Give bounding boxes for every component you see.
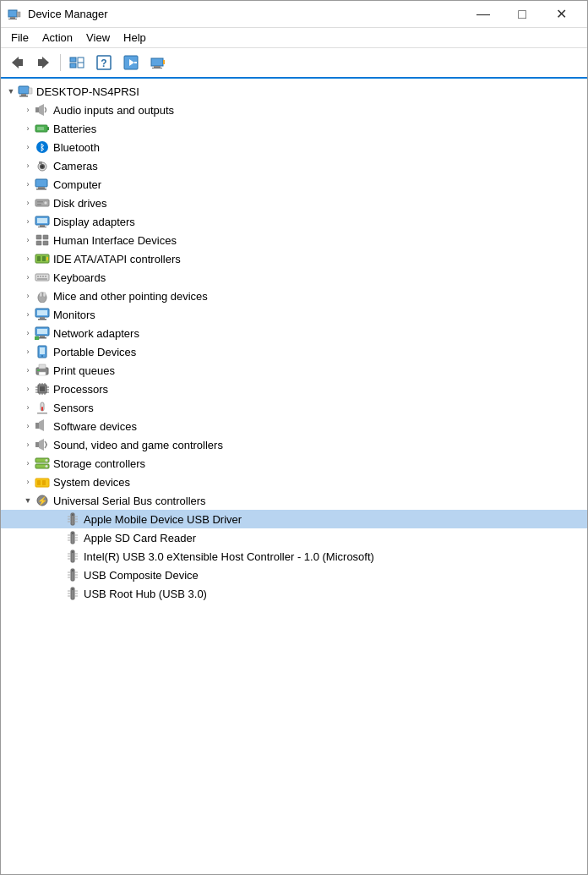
monitors-icon bbox=[35, 307, 50, 322]
menu-file[interactable]: File bbox=[4, 30, 35, 46]
root-hub-icon bbox=[65, 586, 80, 601]
usb-child-apple-mobile[interactable]: Apple Mobile Device USB Driver bbox=[1, 510, 587, 528]
sound-label: Sound, video and game controllers bbox=[53, 439, 223, 451]
category-storage[interactable]: › Storage controllers bbox=[1, 454, 587, 473]
category-hid[interactable]: › Human Interface Devices bbox=[1, 231, 587, 249]
usb-child-composite[interactable]: USB Composite Device bbox=[1, 566, 587, 584]
root-hub-label: USB Root Hub (USB 3.0) bbox=[84, 588, 207, 600]
menu-view[interactable]: View bbox=[79, 30, 117, 46]
minimize-button[interactable]: — bbox=[464, 1, 503, 28]
category-batteries[interactable]: › Batteries bbox=[1, 119, 587, 138]
help-button[interactable]: ? bbox=[91, 51, 117, 74]
svg-rect-107 bbox=[37, 480, 41, 485]
composite-expand bbox=[52, 568, 65, 582]
mice-label: Mice and other pointing devices bbox=[53, 290, 208, 303]
usb-child-apple-sd[interactable]: Apple SD Card Reader bbox=[1, 528, 587, 547]
usb-child-root-hub[interactable]: USB Root Hub (USB 3.0) bbox=[1, 584, 587, 603]
svg-rect-82 bbox=[40, 386, 45, 391]
bluetooth-label: Bluetooth bbox=[53, 141, 100, 154]
close-button[interactable]: ✕ bbox=[542, 1, 580, 28]
forward-button[interactable] bbox=[31, 51, 57, 74]
apple-sd-expand bbox=[52, 531, 65, 544]
category-bluetooth[interactable]: › ᛒ Bluetooth bbox=[1, 138, 587, 156]
menu-help[interactable]: Help bbox=[117, 30, 153, 46]
maximize-button[interactable]: □ bbox=[503, 1, 542, 28]
disk-expand: › bbox=[21, 196, 35, 210]
svg-rect-78 bbox=[39, 364, 46, 369]
category-software[interactable]: › Software devices bbox=[1, 417, 587, 435]
svg-point-34 bbox=[41, 166, 44, 168]
category-keyboards[interactable]: › Keyboards bbox=[1, 268, 587, 287]
category-processors[interactable]: › Proces bbox=[1, 380, 587, 398]
svg-rect-80 bbox=[37, 369, 40, 371]
keyboards-expand: › bbox=[21, 271, 35, 284]
properties-button[interactable] bbox=[118, 51, 144, 74]
category-display[interactable]: › Display adapters bbox=[1, 212, 587, 231]
category-disk[interactable]: › Disk drives bbox=[1, 194, 587, 212]
svg-rect-56 bbox=[37, 276, 39, 277]
system-label: System devices bbox=[53, 476, 130, 489]
svg-rect-48 bbox=[43, 235, 48, 239]
ide-expand: › bbox=[21, 252, 35, 265]
intel-label: Intel(R) USB 3.0 eXtensible Host Control… bbox=[84, 550, 374, 563]
category-monitors[interactable]: › Monitors bbox=[1, 305, 587, 324]
svg-text:?: ? bbox=[101, 57, 106, 69]
svg-rect-21 bbox=[19, 86, 29, 94]
svg-marker-101 bbox=[39, 439, 44, 451]
update-button[interactable] bbox=[145, 51, 171, 74]
category-ide[interactable]: › IDE ATA/ATAPI controllers bbox=[1, 249, 587, 268]
app-icon bbox=[8, 8, 21, 21]
svg-rect-68 bbox=[38, 319, 46, 320]
network-icon bbox=[35, 325, 50, 341]
audio-expand: › bbox=[21, 103, 35, 117]
sound-expand: › bbox=[21, 438, 35, 451]
disk-icon bbox=[35, 195, 50, 211]
ide-label: IDE ATA/ATAPI controllers bbox=[53, 253, 181, 265]
title-bar: Device Manager — □ ✕ bbox=[1, 1, 587, 28]
usb-controllers-node[interactable]: ▼ ⚡ Universal Serial Bus controllers bbox=[1, 491, 587, 510]
storage-icon bbox=[35, 456, 50, 471]
batteries-icon bbox=[35, 121, 50, 136]
svg-rect-42 bbox=[37, 204, 41, 205]
root-node[interactable]: ▼ DESKTOP-NS4PRSI bbox=[1, 82, 587, 101]
bluetooth-expand: › bbox=[21, 140, 35, 154]
menu-action[interactable]: Action bbox=[35, 30, 79, 46]
svg-rect-63 bbox=[43, 293, 46, 297]
usb-child-intel[interactable]: Intel(R) USB 3.0 eXtensible Host Control… bbox=[1, 547, 587, 566]
apple-mobile-expand bbox=[52, 512, 65, 526]
usb-controllers-label: Universal Serial Bus controllers bbox=[53, 495, 206, 507]
svg-rect-71 bbox=[40, 336, 45, 337]
apple-mobile-icon bbox=[65, 511, 80, 527]
svg-rect-58 bbox=[42, 276, 44, 277]
show-hide-button[interactable] bbox=[64, 51, 90, 74]
category-network[interactable]: › Network adapters bbox=[1, 324, 587, 342]
back-button[interactable] bbox=[4, 51, 30, 74]
category-cameras[interactable]: › Cameras bbox=[1, 156, 587, 175]
svg-rect-73 bbox=[35, 336, 39, 340]
category-audio[interactable]: › Audio inputs and outputs bbox=[1, 101, 587, 119]
svg-rect-7 bbox=[38, 59, 42, 66]
svg-rect-79 bbox=[39, 372, 46, 375]
svg-point-112 bbox=[72, 514, 74, 516]
window-controls: — □ ✕ bbox=[464, 1, 580, 28]
category-print[interactable]: › Print queues bbox=[1, 361, 587, 380]
sensors-label: Sensors bbox=[53, 402, 94, 414]
category-sensors[interactable]: › Sensors bbox=[1, 398, 587, 417]
svg-rect-72 bbox=[38, 337, 46, 339]
category-sound[interactable]: › Sound, video and game controllers bbox=[1, 435, 587, 454]
processors-label: Processors bbox=[53, 383, 108, 396]
bluetooth-icon: ᛒ bbox=[35, 139, 50, 155]
composite-icon bbox=[65, 567, 80, 582]
mice-icon bbox=[35, 288, 50, 304]
svg-rect-97 bbox=[37, 413, 47, 414]
hid-label: Human Interface Devices bbox=[53, 234, 177, 247]
disk-label: Disk drives bbox=[53, 197, 107, 210]
category-system[interactable]: › System devices bbox=[1, 473, 587, 491]
svg-point-76 bbox=[41, 355, 43, 357]
svg-rect-57 bbox=[40, 276, 41, 277]
svg-point-116 bbox=[72, 551, 74, 553]
category-computer[interactable]: › Computer bbox=[1, 175, 587, 194]
category-mice[interactable]: › Mice and other pointing devices bbox=[1, 287, 587, 305]
storage-label: Storage controllers bbox=[53, 457, 145, 470]
category-portable[interactable]: › Portable Devices bbox=[1, 342, 587, 361]
